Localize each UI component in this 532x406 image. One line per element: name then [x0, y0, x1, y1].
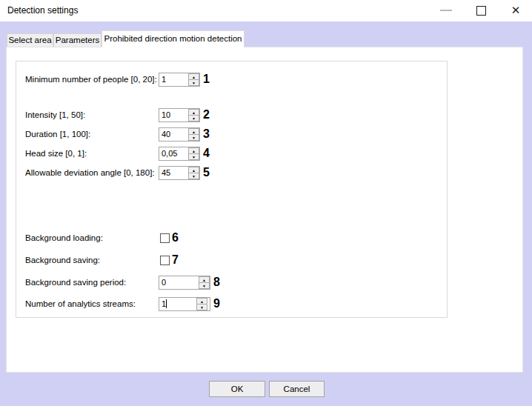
spin-buttons: ▲ ▼: [196, 298, 207, 310]
titlebar: Detection settings ✕: [0, 0, 532, 21]
settings-groupbox: Minimum number of people [0, 20]: 1 ▲ ▼ …: [16, 61, 448, 318]
spin-down-icon[interactable]: ▼: [188, 134, 199, 141]
spin-down-icon[interactable]: ▼: [188, 153, 199, 160]
annotation-9: 9: [213, 297, 220, 310]
spin-buttons: ▲ ▼: [188, 147, 199, 160]
annotation-6: 6: [172, 231, 179, 244]
head-size-row: Head size [0, 1]: 0,05 ▲ ▼ 4: [25, 146, 210, 161]
spin-down-icon[interactable]: ▼: [188, 79, 199, 86]
background-saving-period-label: Background saving period:: [25, 278, 159, 287]
analytics-streams-label: Number of analytics streams:: [25, 299, 159, 308]
minimum-people-spinner[interactable]: 1 ▲ ▼: [159, 73, 200, 87]
cancel-button[interactable]: Cancel: [269, 381, 325, 397]
spinner-value: 0: [159, 276, 199, 289]
deviation-angle-spinner[interactable]: 45 ▲ ▼: [159, 166, 200, 180]
background-loading-checkbox[interactable]: [160, 233, 170, 243]
annotation-7: 7: [172, 253, 179, 267]
analytics-streams-spinner[interactable]: 1 ▲ ▼: [159, 297, 210, 311]
annotation-1: 1: [203, 73, 210, 86]
spinner-value: 1: [159, 73, 188, 86]
spin-buttons: ▲ ▼: [188, 73, 199, 86]
spinner-value: 1: [159, 298, 196, 310]
text-caret: [166, 299, 167, 308]
analytics-streams-row: Number of analytics streams: 1 ▲ ▼ 9: [25, 296, 220, 311]
annotation-2: 2: [203, 108, 210, 122]
intensity-spinner[interactable]: 10 ▲ ▼: [159, 108, 200, 122]
background-saving-period-spinner[interactable]: 0 ▲ ▼: [159, 276, 210, 290]
annotation-3: 3: [203, 127, 210, 141]
duration-label: Duration [1, 100]:: [25, 130, 159, 139]
spinner-value: 40: [159, 128, 188, 141]
intensity-row: Intensity [1, 50]: 10 ▲ ▼ 2: [25, 107, 210, 122]
head-size-spinner[interactable]: 0,05 ▲ ▼: [159, 147, 200, 161]
spin-up-icon[interactable]: ▲: [188, 128, 199, 135]
tab-parameters[interactable]: Parameters: [53, 33, 102, 47]
spin-up-icon[interactable]: ▲: [196, 298, 207, 304]
annotation-5: 5: [203, 166, 210, 179]
spin-buttons: ▲ ▼: [188, 167, 199, 179]
spin-up-icon[interactable]: ▲: [188, 73, 199, 80]
background-saving-period-row: Background saving period: 0 ▲ ▼ 8: [25, 275, 220, 290]
duration-row: Duration [1, 100]: 40 ▲ ▼ 3: [25, 127, 210, 142]
spinner-value: 0,05: [159, 147, 188, 160]
minimize-icon[interactable]: [440, 10, 452, 12]
tab-page: Minimum number of people [0, 20]: 1 ▲ ▼ …: [6, 47, 523, 373]
window-title: Detection settings: [7, 5, 78, 16]
spin-down-icon[interactable]: ▼: [188, 115, 199, 122]
spin-up-icon[interactable]: ▲: [188, 167, 199, 173]
spin-down-icon[interactable]: ▼: [196, 304, 207, 310]
ok-button[interactable]: OK: [209, 381, 265, 397]
annotation-4: 4: [203, 147, 210, 160]
maximize-icon[interactable]: [476, 6, 486, 16]
spin-buttons: ▲ ▼: [188, 109, 199, 122]
spin-up-icon[interactable]: ▲: [188, 109, 199, 116]
spinner-value: 45: [159, 167, 188, 179]
detection-settings-dialog: Detection settings ✕ Select area Paramet…: [0, 0, 532, 406]
spin-up-icon[interactable]: ▲: [199, 276, 210, 283]
background-saving-checkbox[interactable]: [160, 256, 170, 265]
spin-buttons: ▲ ▼: [199, 276, 210, 289]
intensity-label: Intensity [1, 50]:: [25, 110, 159, 119]
tab-prohibited-direction-motion-detection[interactable]: Prohibited direction motion detection: [102, 30, 245, 47]
head-size-label: Head size [0, 1]:: [25, 149, 159, 158]
minimum-people-row: Minimum number of people [0, 20]: 1 ▲ ▼ …: [25, 72, 210, 87]
tab-select-area[interactable]: Select area: [7, 33, 53, 47]
annotation-8: 8: [213, 276, 220, 289]
duration-spinner[interactable]: 40 ▲ ▼: [159, 127, 200, 142]
spin-up-icon[interactable]: ▲: [188, 147, 199, 154]
deviation-angle-row: Allowable deviation angle [0, 180]: 45 ▲…: [25, 165, 210, 180]
background-loading-label: Background loading:: [25, 233, 160, 242]
background-loading-row: Background loading: 6: [25, 230, 179, 245]
spin-buttons: ▲ ▼: [188, 128, 199, 141]
spinner-value: 10: [159, 109, 188, 122]
background-saving-label: Background saving:: [25, 256, 160, 264]
spin-down-icon[interactable]: ▼: [188, 173, 199, 179]
spin-down-icon[interactable]: ▼: [199, 282, 210, 289]
minimum-people-label: Minimum number of people [0, 20]:: [25, 75, 159, 84]
close-icon[interactable]: ✕: [508, 3, 523, 18]
deviation-angle-label: Allowable deviation angle [0, 180]:: [25, 168, 159, 177]
background-saving-row: Background saving: 7: [25, 253, 179, 267]
